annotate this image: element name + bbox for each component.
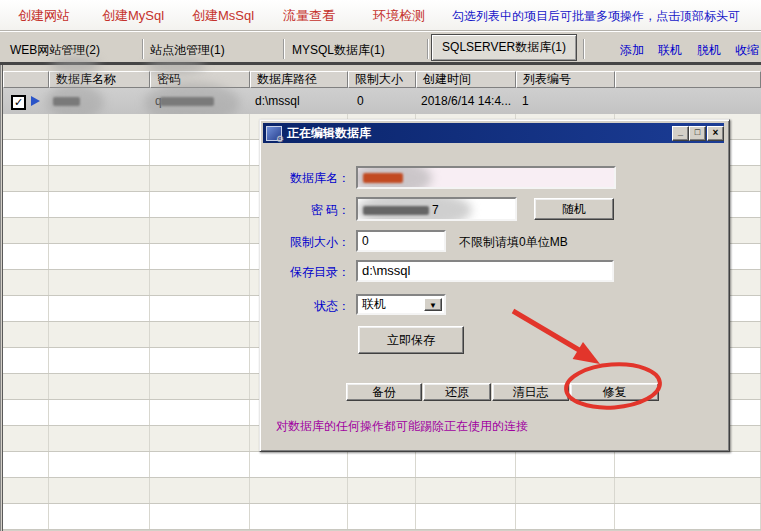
password-field[interactable]: 7 — [356, 197, 517, 221]
table-row-selected[interactable]: ✓ q d:\mssql 0 2018/6/14 14:4... 1 — [3, 88, 761, 114]
status-label: 状态： — [260, 298, 350, 315]
table-row[interactable] — [3, 478, 761, 504]
table-cell — [150, 244, 250, 269]
link-online[interactable]: 联机 — [658, 42, 682, 59]
column-header-db-path[interactable]: 数据库路径 — [250, 71, 348, 88]
save-dir-label: 保存目录： — [260, 264, 350, 281]
save-now-button[interactable]: 立即保存 — [358, 326, 464, 354]
table-cell — [150, 348, 250, 373]
table-cell — [416, 478, 516, 503]
censored-password-value — [363, 206, 429, 215]
table-cell — [516, 478, 615, 503]
maximize-button[interactable]: □ — [689, 126, 706, 141]
link-shrink[interactable]: 收缩 — [735, 42, 759, 59]
table-cell — [348, 478, 416, 503]
table-row[interactable] — [3, 452, 761, 478]
column-header-empty — [615, 71, 761, 88]
status-dropdown[interactable]: 联机 ▼ — [356, 294, 446, 315]
menu-env-check[interactable]: 环境检测 — [373, 7, 425, 25]
table-cell — [3, 400, 49, 425]
table-cell — [3, 218, 49, 243]
table-cell — [49, 452, 150, 477]
censored-db-name-value — [363, 173, 403, 183]
size-limit-label: 限制大小： — [260, 234, 350, 251]
table-cell — [150, 426, 250, 451]
clear-log-button[interactable]: 清日志 — [492, 383, 569, 401]
column-header-size-limit[interactable]: 限制大小 — [348, 71, 416, 88]
db-name-label: 数据库名： — [260, 170, 350, 187]
table-cell — [150, 504, 250, 529]
table-cell — [49, 218, 150, 243]
minimize-button[interactable]: _ — [672, 126, 689, 141]
link-add[interactable]: 添加 — [620, 42, 644, 59]
table-cell — [3, 244, 49, 269]
top-menubar: 创建网站 创建MySql 创建MsSql 流量查看 环境检测 勾选列表中的项目后… — [0, 0, 761, 31]
table-cell — [348, 504, 416, 529]
tab-separator — [583, 39, 584, 59]
table-cell — [348, 452, 416, 477]
censor-blur — [50, 56, 100, 74]
table-cell — [615, 504, 761, 529]
cell-index: 1 — [522, 88, 529, 114]
table-cell — [150, 400, 250, 425]
table-cell — [3, 270, 49, 295]
table-cell — [150, 374, 250, 399]
restore-button[interactable]: 还原 — [423, 383, 491, 401]
table-cell — [3, 426, 49, 451]
table-cell — [150, 322, 250, 347]
table-cell — [150, 114, 250, 139]
table-cell — [150, 140, 250, 165]
tab-site-pools[interactable]: 站点池管理(1) — [150, 42, 225, 59]
table-cell — [615, 452, 761, 477]
db-name-field[interactable] — [356, 166, 616, 189]
tab-mysql-db[interactable]: MYSQL数据库(1) — [292, 42, 385, 59]
size-limit-field[interactable]: 0 — [356, 230, 446, 252]
repair-button[interactable]: 修复 — [570, 383, 659, 401]
menu-create-mysql[interactable]: 创建MySql — [102, 7, 164, 25]
size-limit-hint: 不限制请填0单位MB — [459, 234, 568, 251]
table-cell — [150, 478, 250, 503]
table-cell — [150, 296, 250, 321]
table-cell — [3, 192, 49, 217]
table-cell — [49, 296, 150, 321]
table-cell — [250, 478, 348, 503]
divider — [0, 62, 761, 65]
save-dir-field[interactable]: d:\mssql — [356, 260, 614, 282]
menu-create-mssql[interactable]: 创建MsSql — [192, 7, 254, 25]
table-cell — [615, 478, 761, 503]
column-header-select[interactable] — [3, 71, 49, 88]
censored-db-name — [53, 97, 80, 106]
cell-size-limit: 0 — [357, 88, 364, 114]
table-cell — [49, 478, 150, 503]
table-row[interactable] — [3, 504, 761, 530]
status-selected-value: 联机 — [362, 297, 386, 311]
table-cell — [49, 322, 150, 347]
tab-separator — [427, 39, 428, 59]
table-cell — [3, 348, 49, 373]
table-cell — [150, 452, 250, 477]
menu-create-website[interactable]: 创建网站 — [18, 7, 70, 25]
table-cell — [3, 114, 49, 139]
row-checkbox-checked[interactable]: ✓ — [11, 95, 26, 110]
menu-traffic-view[interactable]: 流量查看 — [283, 7, 335, 25]
dialog-titlebar[interactable]: 正在编辑数据库 — [263, 123, 724, 143]
table-cell — [49, 270, 150, 295]
table-cell — [150, 166, 250, 191]
table-cell — [3, 452, 49, 477]
cell-db-path: d:\mssql — [255, 88, 300, 114]
list-border — [0, 65, 1, 531]
backup-button[interactable]: 备份 — [346, 383, 422, 401]
table-cell — [3, 322, 49, 347]
tab-sqlserver-db-active[interactable]: SQLSERVER数据库(1) — [431, 34, 577, 61]
column-header-index[interactable]: 列表编号 — [516, 71, 615, 88]
cell-created: 2018/6/14 14:4... — [421, 88, 511, 114]
table-cell — [49, 192, 150, 217]
table-cell — [150, 192, 250, 217]
dialog-warning-text: 对数据库的任何操作都可能踢除正在使用的连接 — [276, 418, 528, 435]
close-icon[interactable]: × — [707, 126, 724, 141]
link-offline[interactable]: 脱机 — [697, 42, 721, 59]
table-cell — [49, 166, 150, 191]
chevron-down-icon[interactable]: ▼ — [424, 298, 442, 311]
random-password-button[interactable]: 随机 — [534, 198, 614, 220]
column-header-created[interactable]: 创建时间 — [416, 71, 516, 88]
